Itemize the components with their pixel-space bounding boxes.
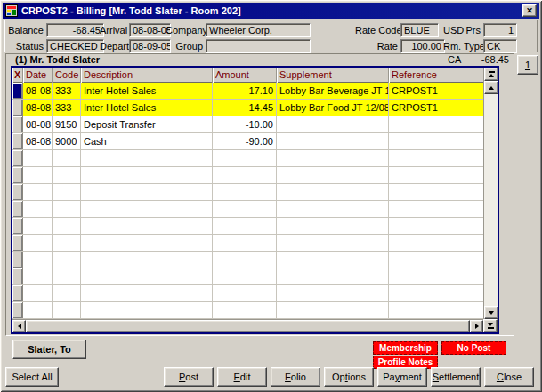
cell-reference[interactable] bbox=[389, 235, 483, 251]
cell-amount[interactable] bbox=[213, 235, 277, 251]
cell-code[interactable] bbox=[53, 302, 81, 318]
row-select-cell[interactable] bbox=[12, 302, 23, 318]
company-field[interactable]: Wheeler Corp. bbox=[206, 23, 311, 37]
prs-field[interactable]: 1 bbox=[483, 23, 517, 37]
posting-row[interactable] bbox=[12, 285, 483, 302]
row-select-cell[interactable] bbox=[12, 167, 23, 183]
cell-supplement[interactable] bbox=[277, 235, 389, 251]
posting-row[interactable]: 08-08333Inter Hotel Sales14.45Lobby Bar … bbox=[12, 100, 483, 116]
cell-reference[interactable] bbox=[389, 184, 483, 200]
balance-field[interactable]: -68.45 bbox=[46, 23, 104, 37]
cell-date[interactable]: 08-08 bbox=[23, 133, 53, 149]
cell-reference[interactable] bbox=[389, 285, 483, 301]
row-select-cell[interactable] bbox=[12, 83, 23, 99]
cell-supplement[interactable] bbox=[277, 268, 389, 284]
posting-row[interactable] bbox=[12, 184, 483, 201]
close-window-button[interactable]: Close bbox=[484, 367, 534, 387]
cell-reference[interactable] bbox=[389, 252, 483, 268]
rate-field[interactable]: 100.00 bbox=[400, 39, 445, 53]
column-header-supplement[interactable]: Supplement bbox=[277, 68, 389, 83]
cell-code[interactable] bbox=[53, 235, 81, 251]
status-field[interactable]: CHECKED IN bbox=[46, 39, 104, 53]
row-select-cell[interactable] bbox=[12, 116, 23, 132]
membership-badge[interactable]: Membership bbox=[373, 341, 438, 355]
row-select-cell[interactable] bbox=[12, 268, 23, 284]
rm-type-field[interactable]: CK bbox=[483, 39, 517, 53]
posting-row[interactable] bbox=[12, 268, 483, 285]
folio-button[interactable]: Folio bbox=[271, 367, 320, 387]
cell-description[interactable] bbox=[81, 184, 213, 200]
cell-date[interactable] bbox=[23, 184, 53, 200]
arrival-field[interactable]: 08-08-05 bbox=[129, 23, 171, 37]
depart-field[interactable]: 08-09-05 bbox=[129, 39, 171, 53]
cell-description[interactable] bbox=[81, 252, 213, 268]
cell-date[interactable]: 08-08 bbox=[23, 100, 53, 116]
cell-amount[interactable] bbox=[213, 150, 277, 166]
cell-reference[interactable] bbox=[389, 201, 483, 217]
cell-date[interactable] bbox=[23, 235, 53, 251]
cell-supplement[interactable] bbox=[277, 116, 389, 132]
cell-supplement[interactable] bbox=[277, 167, 389, 183]
cell-reference[interactable] bbox=[389, 268, 483, 284]
posting-row[interactable] bbox=[12, 218, 483, 235]
row-select-cell[interactable] bbox=[12, 133, 23, 149]
cell-supplement[interactable] bbox=[277, 201, 389, 217]
cell-code[interactable] bbox=[53, 167, 81, 183]
cell-date[interactable] bbox=[23, 167, 53, 183]
cell-description[interactable] bbox=[81, 302, 213, 318]
column-header-code[interactable]: Code bbox=[53, 68, 81, 83]
cell-reference[interactable] bbox=[389, 302, 483, 318]
vertical-scroll-track[interactable] bbox=[484, 94, 498, 306]
vertical-scrollbar[interactable] bbox=[483, 68, 498, 319]
cell-amount[interactable] bbox=[213, 201, 277, 217]
title-bar[interactable]: CRPOST2 - Billing [Mr. Todd Slater - Roo… bbox=[3, 3, 539, 19]
cell-supplement[interactable] bbox=[277, 285, 389, 301]
cell-code[interactable]: 9150 bbox=[53, 116, 81, 132]
cell-amount[interactable] bbox=[213, 184, 277, 200]
cell-date[interactable] bbox=[23, 268, 53, 284]
cell-amount[interactable] bbox=[213, 268, 277, 284]
payment-button[interactable]: Payment bbox=[377, 367, 427, 387]
horizontal-scrollbar[interactable] bbox=[12, 319, 483, 332]
rate-code-field[interactable]: BLUE bbox=[400, 23, 439, 37]
row-select-cell[interactable] bbox=[12, 218, 23, 234]
cell-date[interactable] bbox=[23, 201, 53, 217]
cell-supplement[interactable] bbox=[277, 133, 389, 149]
cell-date[interactable] bbox=[23, 150, 53, 166]
cell-reference[interactable] bbox=[389, 133, 483, 149]
posting-row[interactable]: 08-089150Deposit Transfer-10.00 bbox=[12, 116, 483, 133]
cell-reference[interactable] bbox=[389, 150, 483, 166]
cell-supplement[interactable] bbox=[277, 150, 389, 166]
cell-code[interactable] bbox=[53, 201, 81, 217]
cell-code[interactable]: 333 bbox=[53, 83, 81, 99]
cell-amount[interactable] bbox=[213, 167, 277, 183]
cell-amount[interactable] bbox=[213, 285, 277, 301]
posting-row[interactable] bbox=[12, 302, 483, 319]
column-header-date[interactable]: Date bbox=[23, 68, 53, 83]
cell-supplement[interactable]: Lobby Bar Food JT 12/08/08 bbox=[277, 100, 389, 116]
scroll-top-button[interactable] bbox=[484, 68, 498, 81]
window-number-button[interactable]: 1 bbox=[517, 55, 538, 75]
column-header-reference[interactable]: Reference bbox=[389, 68, 483, 83]
group-field[interactable] bbox=[206, 39, 311, 53]
cell-amount[interactable]: -10.00 bbox=[213, 116, 277, 132]
posting-row[interactable]: 08-089000Cash-90.00 bbox=[12, 133, 483, 150]
select-all-button[interactable]: Select All bbox=[5, 367, 59, 387]
posting-row[interactable] bbox=[12, 150, 483, 167]
cell-amount[interactable] bbox=[213, 218, 277, 234]
cell-amount[interactable]: 14.45 bbox=[213, 100, 277, 116]
row-select-cell[interactable] bbox=[12, 201, 23, 217]
cell-description[interactable] bbox=[81, 201, 213, 217]
cell-code[interactable] bbox=[53, 218, 81, 234]
cell-amount[interactable] bbox=[213, 252, 277, 268]
cell-date[interactable]: 08-08 bbox=[23, 83, 53, 99]
cell-description[interactable] bbox=[81, 218, 213, 234]
cell-description[interactable]: Cash bbox=[81, 133, 213, 149]
cell-code[interactable] bbox=[53, 150, 81, 166]
cell-supplement[interactable]: Lobby Bar Beverage JT 12/0 bbox=[277, 83, 389, 99]
close-button[interactable]: ✕ bbox=[522, 4, 537, 17]
cell-date[interactable] bbox=[23, 252, 53, 268]
cell-code[interactable] bbox=[53, 252, 81, 268]
cell-reference[interactable] bbox=[389, 218, 483, 234]
cell-code[interactable] bbox=[53, 268, 81, 284]
